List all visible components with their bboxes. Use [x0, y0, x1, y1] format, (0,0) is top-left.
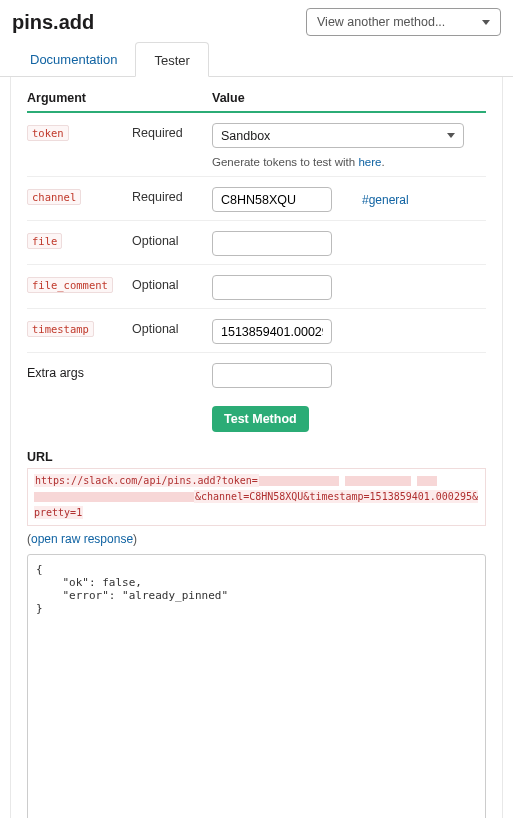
open-raw-response-link[interactable]: open raw response	[31, 532, 133, 546]
col-header-argument: Argument	[27, 91, 132, 105]
extra-args-label: Extra args	[27, 363, 132, 380]
channel-resolved-tag: #general	[362, 193, 409, 207]
chevron-down-icon	[482, 20, 490, 25]
arg-file-req: Optional	[132, 231, 212, 248]
arg-file-name: file	[27, 233, 62, 249]
channel-input[interactable]	[212, 187, 332, 212]
token-select-value: Sandbox	[221, 129, 270, 143]
file-input[interactable]	[212, 231, 332, 256]
tab-tester[interactable]: Tester	[135, 42, 208, 77]
method-select[interactable]: View another method...	[306, 8, 501, 36]
raw-response-wrap: (open raw response)	[27, 532, 486, 546]
arg-channel-req: Required	[132, 187, 212, 204]
arg-timestamp-name: timestamp	[27, 321, 94, 337]
page-title: pins.add	[12, 11, 94, 34]
tab-documentation[interactable]: Documentation	[12, 42, 135, 76]
token-select[interactable]: Sandbox	[212, 123, 464, 148]
url-label: URL	[27, 450, 486, 464]
chevron-down-icon	[447, 133, 455, 138]
token-hint: Generate tokens to test with here.	[212, 156, 486, 168]
arg-channel-name: channel	[27, 189, 81, 205]
arg-file-comment-req: Optional	[132, 275, 212, 292]
col-header-value: Value	[212, 91, 486, 105]
arg-token-req: Required	[132, 123, 212, 140]
arg-file-comment-name: file_comment	[27, 277, 113, 293]
timestamp-input[interactable]	[212, 319, 332, 344]
file-comment-input[interactable]	[212, 275, 332, 300]
test-method-button[interactable]: Test Method	[212, 406, 309, 432]
arg-token-name: token	[27, 125, 69, 141]
request-url: https://slack.com/api/pins.add?token= &c…	[27, 468, 486, 526]
extra-args-input[interactable]	[212, 363, 332, 388]
token-hint-link[interactable]: here	[358, 156, 381, 168]
response-output: { "ok": false, "error": "already_pinned"…	[27, 554, 486, 818]
method-select-label: View another method...	[317, 15, 445, 29]
arg-timestamp-req: Optional	[132, 319, 212, 336]
